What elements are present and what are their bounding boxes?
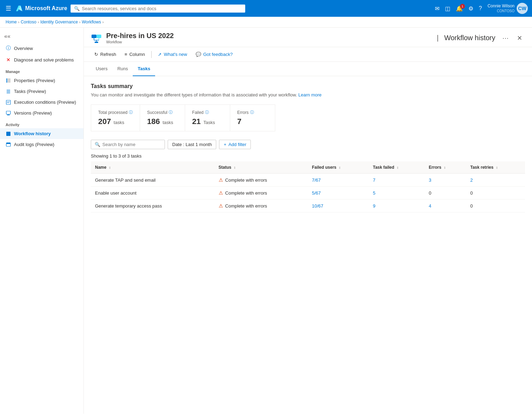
hamburger-menu[interactable]: ☰ bbox=[4, 3, 13, 14]
stat-errors: Errors ⓘ 7 bbox=[230, 104, 275, 131]
settings-icon[interactable]: ⚙ bbox=[468, 5, 473, 12]
breadcrumb-home[interactable]: Home bbox=[6, 20, 17, 24]
topbar: ☰ Microsoft Azure 🔍 ✉ ◫ 🔔 1 ⚙ ? Connie W… bbox=[0, 0, 532, 17]
stat-total-label: Total processed bbox=[98, 110, 127, 115]
table-header-row: Name ↕ Status ↕ Failed users ↕ Task fa bbox=[91, 161, 525, 174]
add-filter-button[interactable]: + Add filter bbox=[219, 140, 251, 149]
cell-name: Generate temporary access pass bbox=[91, 199, 214, 212]
task-failed-link[interactable]: 7 bbox=[373, 177, 375, 183]
page-header: Pre-hires in US 2022 Workflow | Workflow… bbox=[84, 28, 532, 47]
stat-total-processed: Total processed ⓘ 207 tasks bbox=[91, 104, 140, 131]
sidebar-item-properties[interactable]: Properties (Preview) bbox=[0, 75, 83, 86]
section-title-header: Workflow history bbox=[444, 34, 495, 42]
sidebar-item-diagnose[interactable]: ✕ Diagnose and solve problems bbox=[0, 54, 83, 65]
tab-tasks[interactable]: Tasks bbox=[133, 62, 155, 76]
errors-link[interactable]: 4 bbox=[429, 203, 431, 209]
breadcrumb-contoso[interactable]: Contoso bbox=[21, 20, 36, 24]
portal-icon[interactable]: ◫ bbox=[445, 5, 450, 12]
tasks-summary-desc: You can monitor and investigate the diff… bbox=[91, 92, 525, 97]
cell-task-retries: 2 bbox=[466, 174, 525, 187]
task-failed-link[interactable]: 5 bbox=[373, 190, 375, 196]
filters-row: 🔍 Date : Last 1 month + Add filter bbox=[91, 140, 525, 149]
more-options-button[interactable]: ⋯ bbox=[500, 33, 511, 43]
tasks-table: Name ↕ Status ↕ Failed users ↕ Task fa bbox=[91, 161, 525, 212]
failed-users-link[interactable]: 7/67 bbox=[312, 177, 321, 183]
svg-rect-4 bbox=[6, 81, 7, 82]
search-input[interactable] bbox=[82, 6, 242, 11]
notifications-icon[interactable]: 🔔 1 bbox=[456, 5, 463, 12]
retries-link[interactable]: 2 bbox=[470, 177, 473, 183]
user-menu[interactable]: Connie Wilson CONTOSO CW bbox=[488, 3, 528, 14]
page-header-actions: ⋯ ✕ bbox=[500, 33, 525, 43]
tasks-icon bbox=[6, 89, 11, 94]
breadcrumb-sep-1: › bbox=[18, 20, 19, 24]
search-filter-input[interactable] bbox=[102, 142, 161, 147]
svg-rect-25 bbox=[95, 42, 98, 43]
refresh-button[interactable]: ↻ Refresh bbox=[91, 50, 120, 59]
whats-new-button[interactable]: ➚ What's new bbox=[154, 50, 191, 59]
search-filter[interactable]: 🔍 bbox=[91, 140, 165, 149]
col-header-task-failed: Task failed ↕ bbox=[369, 161, 424, 174]
cell-name: Generate TAP and send email bbox=[91, 174, 214, 187]
errors-link[interactable]: 3 bbox=[429, 177, 431, 183]
failed-info-icon[interactable]: ⓘ bbox=[205, 110, 209, 115]
failed-users-link[interactable]: 5/67 bbox=[312, 190, 321, 196]
sort-status-icon[interactable]: ↕ bbox=[234, 166, 236, 169]
toolbar-separator bbox=[151, 51, 152, 58]
title-divider: | bbox=[437, 34, 438, 42]
learn-more-link[interactable]: Learn more bbox=[298, 92, 321, 97]
toolbar: ↻ Refresh ≡ Column ➚ What's new 💬 Got fe… bbox=[84, 47, 532, 62]
sort-task-failed-icon[interactable]: ↕ bbox=[397, 166, 399, 169]
breadcrumb-workflows[interactable]: Workflows bbox=[82, 20, 101, 24]
breadcrumb-sep-2: › bbox=[38, 20, 39, 24]
errors-info-icon[interactable]: ⓘ bbox=[250, 110, 254, 115]
sidebar-collapse-btn[interactable]: «« bbox=[4, 33, 10, 39]
column-button[interactable]: ≡ Column bbox=[121, 50, 148, 59]
table-row: Generate temporary access pass⚠Complete … bbox=[91, 199, 525, 212]
external-link-icon: ➚ bbox=[158, 52, 162, 57]
sort-name-icon[interactable]: ↕ bbox=[109, 166, 111, 169]
sort-failed-users-icon[interactable]: ↕ bbox=[339, 166, 341, 169]
total-info-icon[interactable]: ⓘ bbox=[129, 110, 133, 115]
content-area: Tasks summary You can monitor and invest… bbox=[84, 76, 532, 219]
sort-task-retries-icon[interactable]: ↕ bbox=[496, 166, 498, 169]
stat-failed-label: Failed bbox=[192, 110, 204, 115]
cell-status: ⚠Complete with errors bbox=[214, 174, 308, 187]
task-failed-link[interactable]: 9 bbox=[373, 203, 375, 209]
close-button[interactable]: ✕ bbox=[514, 33, 525, 43]
user-org: CONTOSO bbox=[488, 9, 515, 13]
successful-info-icon[interactable]: ⓘ bbox=[169, 110, 173, 115]
global-search[interactable]: 🔍 bbox=[71, 5, 245, 13]
failed-users-link[interactable]: 10/67 bbox=[312, 203, 323, 209]
feedback-button[interactable]: 💬 Got feedback? bbox=[192, 50, 236, 59]
sidebar-item-versions[interactable]: Versions (Preview) bbox=[0, 108, 83, 118]
cell-task-retries: 0 bbox=[466, 199, 525, 212]
sort-errors-icon[interactable]: ↕ bbox=[444, 166, 446, 169]
workflow-icon bbox=[91, 32, 102, 44]
tab-users[interactable]: Users bbox=[91, 62, 112, 76]
user-name: Connie Wilson bbox=[488, 3, 515, 9]
sidebar-item-tasks[interactable]: Tasks (Preview) bbox=[0, 86, 83, 97]
workflow-history-icon bbox=[6, 131, 11, 136]
cell-errors: 4 bbox=[424, 199, 466, 212]
azure-logo-icon bbox=[16, 5, 23, 12]
feedback-label: Got feedback? bbox=[203, 52, 233, 57]
sidebar-item-overview[interactable]: ⓘ Overview bbox=[0, 42, 83, 54]
brand-name: Microsoft Azure bbox=[25, 5, 67, 12]
col-header-status: Status ↕ bbox=[214, 161, 308, 174]
table-body: Generate TAP and send email⚠Complete wit… bbox=[91, 174, 525, 212]
help-icon[interactable]: ? bbox=[479, 5, 482, 12]
topbar-icons: ✉ ◫ 🔔 1 ⚙ ? Connie Wilson CONTOSO CW bbox=[435, 3, 528, 14]
sidebar-section-activity: Activity bbox=[0, 118, 83, 128]
breadcrumb-identity-governance[interactable]: Identity Governance bbox=[40, 20, 78, 24]
sidebar-item-audit-logs[interactable]: Audit logs (Preview) bbox=[0, 139, 83, 150]
tab-runs[interactable]: Runs bbox=[112, 62, 133, 76]
showing-text: Showing 1 to 3 of 3 tasks bbox=[91, 153, 525, 159]
info-icon: ⓘ bbox=[6, 45, 11, 51]
stat-successful: Successful ⓘ 186 tasks bbox=[140, 104, 185, 131]
svg-rect-16 bbox=[6, 132, 10, 136]
mail-icon[interactable]: ✉ bbox=[435, 5, 439, 12]
sidebar-item-workflow-history[interactable]: Workflow history bbox=[0, 128, 83, 139]
date-filter-button[interactable]: Date : Last 1 month bbox=[168, 140, 216, 149]
sidebar-item-execution[interactable]: Execution conditions (Preview) bbox=[0, 97, 83, 108]
